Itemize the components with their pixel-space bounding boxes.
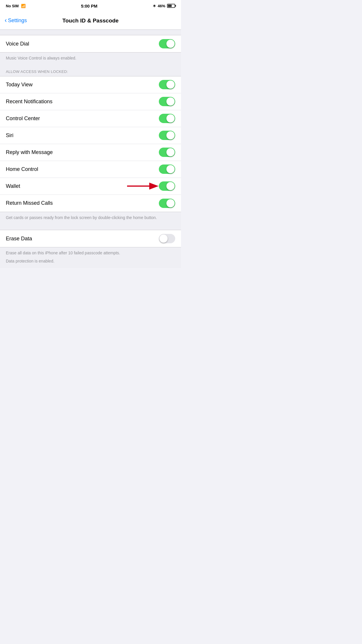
return-missed-calls-row: Return Missed Calls: [0, 195, 181, 212]
toggle-knob: [166, 182, 175, 190]
toggle-knob: [166, 40, 175, 48]
erase-footer-line-2: Data protection is enabled.: [6, 258, 175, 264]
erase-data-toggle[interactable]: [159, 234, 175, 243]
voice-dial-toggle[interactable]: [159, 39, 175, 48]
reply-with-message-row: Reply with Message: [0, 144, 181, 161]
toggle-knob: [166, 114, 175, 123]
reply-with-message-toggle[interactable]: [159, 148, 175, 157]
section-gap-1: [0, 30, 181, 35]
nav-header: ‹ Settings Touch ID & Passcode: [0, 12, 181, 30]
toggle-knob: [166, 199, 175, 207]
voice-dial-section: Voice Dial: [0, 35, 181, 52]
back-chevron-icon: ‹: [5, 17, 7, 24]
status-time: 5:00 PM: [81, 4, 98, 8]
toggle-knob: [166, 131, 175, 139]
status-bar: No SIM 📶 5:00 PM ✶ 46%: [0, 0, 181, 12]
recent-notifications-label: Recent Notifications: [6, 99, 52, 105]
allow-access-header: ALLOW ACCESS WHEN LOCKED:: [0, 65, 181, 76]
toggle-knob: [166, 148, 175, 156]
toggle-knob: [166, 80, 175, 89]
wallet-toggle[interactable]: [159, 181, 175, 191]
red-arrow-annotation: [127, 180, 162, 192]
siri-toggle[interactable]: [159, 131, 175, 140]
wifi-icon: 📶: [21, 4, 26, 8]
battery-pct: 46%: [158, 4, 165, 8]
back-label: Settings: [8, 18, 27, 24]
erase-data-row: Erase Data: [0, 230, 181, 247]
voice-dial-row: Voice Dial: [0, 35, 181, 52]
battery-icon: [167, 4, 175, 8]
toggle-knob: [166, 165, 175, 173]
locked-items-section: Today View Recent Notifications Control …: [0, 76, 181, 212]
status-left: No SIM 📶: [6, 4, 26, 8]
status-right: ✶ 46%: [153, 4, 175, 8]
control-center-row: Control Center: [0, 110, 181, 127]
voice-control-note: Music Voice Control is always enabled.: [0, 52, 181, 65]
wallet-label: Wallet: [6, 183, 20, 189]
back-button[interactable]: ‹ Settings: [5, 18, 27, 24]
toggle-knob: [159, 235, 168, 243]
page-title: Touch ID & Passcode: [62, 18, 119, 24]
return-missed-calls-toggle[interactable]: [159, 199, 175, 208]
control-center-toggle[interactable]: [159, 114, 175, 123]
erase-data-section: Erase Data: [0, 230, 181, 247]
erase-footer: Erase all data on this iPhone after 10 f…: [0, 247, 181, 268]
recent-notifications-toggle[interactable]: [159, 97, 175, 106]
recent-notifications-row: Recent Notifications: [0, 93, 181, 110]
control-center-label: Control Center: [6, 116, 40, 122]
home-control-label: Home Control: [6, 166, 38, 172]
home-control-toggle[interactable]: [159, 164, 175, 174]
wallet-row: Wallet: [0, 178, 181, 195]
carrier-label: No SIM: [6, 4, 19, 8]
bluetooth-icon: ✶: [153, 4, 156, 8]
toggle-knob: [166, 97, 175, 106]
home-control-row: Home Control: [0, 161, 181, 178]
wallet-footer: Get cards or passes ready from the lock …: [0, 212, 181, 225]
return-missed-calls-label: Return Missed Calls: [6, 200, 53, 206]
today-view-toggle[interactable]: [159, 80, 175, 89]
section-gap-2: [0, 225, 181, 230]
settings-content: Voice Dial Music Voice Control is always…: [0, 30, 181, 268]
voice-dial-label: Voice Dial: [6, 41, 29, 47]
today-view-row: Today View: [0, 76, 181, 93]
reply-with-message-label: Reply with Message: [6, 149, 53, 155]
erase-data-label: Erase Data: [6, 236, 32, 242]
siri-label: Siri: [6, 132, 13, 139]
erase-footer-line-1: Erase all data on this iPhone after 10 f…: [6, 250, 175, 256]
today-view-label: Today View: [6, 82, 33, 88]
siri-row: Siri: [0, 127, 181, 144]
